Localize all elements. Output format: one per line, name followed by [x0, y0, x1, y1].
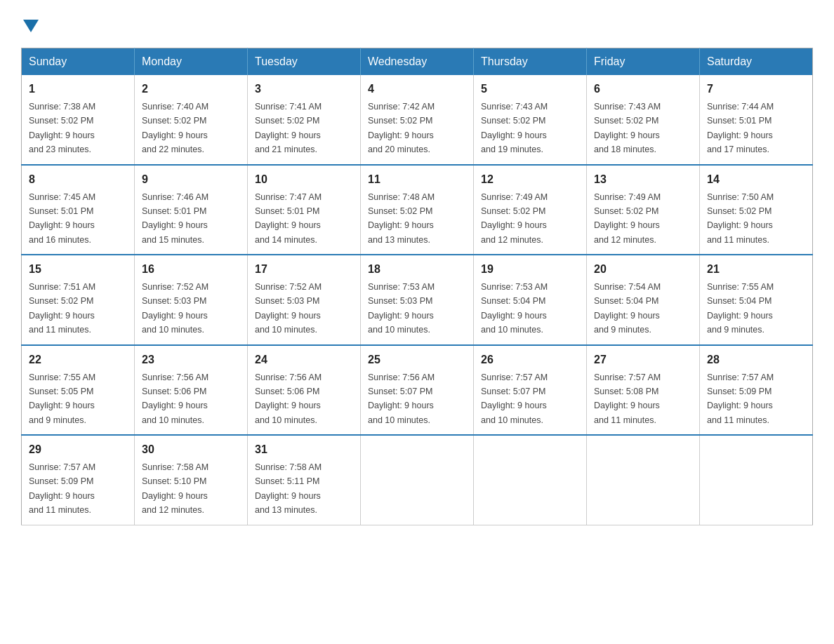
calendar-week-row: 29 Sunrise: 7:57 AMSunset: 5:09 PMDaylig…	[22, 435, 813, 525]
calendar-cell	[474, 435, 587, 525]
calendar-week-row: 1 Sunrise: 7:38 AMSunset: 5:02 PMDayligh…	[22, 75, 813, 165]
day-number: 15	[29, 261, 127, 278]
calendar-cell: 4 Sunrise: 7:42 AMSunset: 5:02 PMDayligh…	[361, 75, 474, 165]
calendar-cell: 8 Sunrise: 7:45 AMSunset: 5:01 PMDayligh…	[22, 165, 135, 255]
day-info: Sunrise: 7:57 AMSunset: 5:09 PMDaylight:…	[29, 462, 95, 515]
calendar-cell: 26 Sunrise: 7:57 AMSunset: 5:07 PMDaylig…	[474, 345, 587, 436]
day-number: 20	[594, 261, 692, 278]
weekday-header-saturday: Saturday	[700, 48, 813, 76]
day-number: 26	[481, 351, 579, 368]
day-info: Sunrise: 7:57 AMSunset: 5:08 PMDaylight:…	[594, 373, 661, 425]
day-number: 12	[481, 171, 579, 188]
day-number: 2	[142, 81, 240, 98]
day-number: 25	[368, 351, 466, 368]
calendar-week-row: 15 Sunrise: 7:51 AMSunset: 5:02 PMDaylig…	[22, 255, 813, 345]
calendar-cell: 31 Sunrise: 7:58 AMSunset: 5:11 PMDaylig…	[248, 435, 361, 525]
day-number: 22	[29, 351, 127, 368]
weekday-header-sunday: Sunday	[22, 48, 135, 76]
day-number: 27	[594, 351, 692, 368]
day-info: Sunrise: 7:53 AMSunset: 5:03 PMDaylight:…	[368, 282, 435, 335]
calendar-cell: 27 Sunrise: 7:57 AMSunset: 5:08 PMDaylig…	[587, 345, 700, 436]
calendar-cell: 20 Sunrise: 7:54 AMSunset: 5:04 PMDaylig…	[587, 255, 700, 345]
day-info: Sunrise: 7:53 AMSunset: 5:04 PMDaylight:…	[481, 282, 548, 335]
calendar-cell: 2 Sunrise: 7:40 AMSunset: 5:02 PMDayligh…	[135, 75, 248, 165]
day-info: Sunrise: 7:49 AMSunset: 5:02 PMDaylight:…	[594, 192, 661, 245]
calendar-cell: 18 Sunrise: 7:53 AMSunset: 5:03 PMDaylig…	[361, 255, 474, 345]
calendar-header: SundayMondayTuesdayWednesdayThursdayFrid…	[22, 48, 813, 76]
day-info: Sunrise: 7:48 AMSunset: 5:02 PMDaylight:…	[368, 192, 435, 245]
day-info: Sunrise: 7:50 AMSunset: 5:02 PMDaylight:…	[707, 192, 774, 245]
day-info: Sunrise: 7:55 AMSunset: 5:04 PMDaylight:…	[707, 282, 774, 335]
logo-general	[21, 20, 39, 34]
calendar-cell: 3 Sunrise: 7:41 AMSunset: 5:02 PMDayligh…	[248, 75, 361, 165]
calendar-cell: 22 Sunrise: 7:55 AMSunset: 5:05 PMDaylig…	[22, 345, 135, 436]
day-info: Sunrise: 7:40 AMSunset: 5:02 PMDaylight:…	[142, 102, 208, 154]
day-number: 11	[368, 171, 466, 188]
day-info: Sunrise: 7:44 AMSunset: 5:01 PMDaylight:…	[707, 102, 774, 154]
calendar-cell: 13 Sunrise: 7:49 AMSunset: 5:02 PMDaylig…	[587, 165, 700, 255]
weekday-header-thursday: Thursday	[474, 48, 587, 76]
calendar-cell	[587, 435, 700, 525]
weekday-header-friday: Friday	[587, 48, 700, 76]
calendar-cell: 1 Sunrise: 7:38 AMSunset: 5:02 PMDayligh…	[22, 75, 135, 165]
day-number: 14	[707, 171, 805, 188]
weekday-header-tuesday: Tuesday	[248, 48, 361, 76]
day-number: 30	[142, 441, 240, 458]
logo-arrow-icon	[23, 20, 39, 32]
calendar-cell: 17 Sunrise: 7:52 AMSunset: 5:03 PMDaylig…	[248, 255, 361, 345]
calendar-cell: 11 Sunrise: 7:48 AMSunset: 5:02 PMDaylig…	[361, 165, 474, 255]
calendar-cell: 16 Sunrise: 7:52 AMSunset: 5:03 PMDaylig…	[135, 255, 248, 345]
day-number: 23	[142, 351, 240, 368]
calendar-cell	[700, 435, 813, 525]
day-number: 24	[255, 351, 353, 368]
calendar-body: 1 Sunrise: 7:38 AMSunset: 5:02 PMDayligh…	[22, 75, 813, 525]
calendar-week-row: 8 Sunrise: 7:45 AMSunset: 5:01 PMDayligh…	[22, 165, 813, 255]
day-number: 5	[481, 81, 579, 98]
calendar-cell: 23 Sunrise: 7:56 AMSunset: 5:06 PMDaylig…	[135, 345, 248, 436]
calendar-cell: 12 Sunrise: 7:49 AMSunset: 5:02 PMDaylig…	[474, 165, 587, 255]
day-info: Sunrise: 7:56 AMSunset: 5:06 PMDaylight:…	[255, 373, 322, 425]
calendar-cell: 24 Sunrise: 7:56 AMSunset: 5:06 PMDaylig…	[248, 345, 361, 436]
calendar-cell: 28 Sunrise: 7:57 AMSunset: 5:09 PMDaylig…	[700, 345, 813, 436]
day-info: Sunrise: 7:56 AMSunset: 5:07 PMDaylight:…	[368, 373, 435, 425]
day-info: Sunrise: 7:43 AMSunset: 5:02 PMDaylight:…	[594, 102, 661, 154]
day-number: 19	[481, 261, 579, 278]
calendar-cell: 21 Sunrise: 7:55 AMSunset: 5:04 PMDaylig…	[700, 255, 813, 345]
weekday-header-monday: Monday	[135, 48, 248, 76]
day-info: Sunrise: 7:52 AMSunset: 5:03 PMDaylight:…	[142, 282, 208, 335]
calendar-cell: 5 Sunrise: 7:43 AMSunset: 5:02 PMDayligh…	[474, 75, 587, 165]
day-info: Sunrise: 7:49 AMSunset: 5:02 PMDaylight:…	[481, 192, 548, 245]
day-number: 16	[142, 261, 240, 278]
day-number: 28	[707, 351, 805, 368]
calendar-cell: 19 Sunrise: 7:53 AMSunset: 5:04 PMDaylig…	[474, 255, 587, 345]
calendar-cell: 9 Sunrise: 7:46 AMSunset: 5:01 PMDayligh…	[135, 165, 248, 255]
day-info: Sunrise: 7:47 AMSunset: 5:01 PMDaylight:…	[255, 192, 322, 245]
day-info: Sunrise: 7:42 AMSunset: 5:02 PMDaylight:…	[368, 102, 435, 154]
calendar-cell	[361, 435, 474, 525]
day-number: 8	[29, 171, 127, 188]
page-header	[21, 14, 813, 35]
day-number: 6	[594, 81, 692, 98]
day-number: 17	[255, 261, 353, 278]
day-info: Sunrise: 7:46 AMSunset: 5:01 PMDaylight:…	[142, 192, 208, 245]
calendar-table: SundayMondayTuesdayWednesdayThursdayFrid…	[21, 48, 813, 525]
day-info: Sunrise: 7:43 AMSunset: 5:02 PMDaylight:…	[481, 102, 548, 154]
day-number: 13	[594, 171, 692, 188]
day-number: 4	[368, 81, 466, 98]
day-info: Sunrise: 7:52 AMSunset: 5:03 PMDaylight:…	[255, 282, 322, 335]
day-info: Sunrise: 7:58 AMSunset: 5:10 PMDaylight:…	[142, 462, 208, 515]
day-number: 31	[255, 441, 353, 458]
calendar-cell: 10 Sunrise: 7:47 AMSunset: 5:01 PMDaylig…	[248, 165, 361, 255]
day-number: 9	[142, 171, 240, 188]
weekday-header-row: SundayMondayTuesdayWednesdayThursdayFrid…	[22, 48, 813, 76]
logo	[21, 14, 39, 35]
day-info: Sunrise: 7:51 AMSunset: 5:02 PMDaylight:…	[29, 282, 95, 335]
day-number: 1	[29, 81, 127, 98]
day-info: Sunrise: 7:45 AMSunset: 5:01 PMDaylight:…	[29, 192, 95, 245]
day-info: Sunrise: 7:56 AMSunset: 5:06 PMDaylight:…	[142, 373, 208, 425]
day-info: Sunrise: 7:57 AMSunset: 5:07 PMDaylight:…	[481, 373, 548, 425]
calendar-cell: 15 Sunrise: 7:51 AMSunset: 5:02 PMDaylig…	[22, 255, 135, 345]
weekday-header-wednesday: Wednesday	[361, 48, 474, 76]
day-info: Sunrise: 7:57 AMSunset: 5:09 PMDaylight:…	[707, 373, 774, 425]
calendar-week-row: 22 Sunrise: 7:55 AMSunset: 5:05 PMDaylig…	[22, 345, 813, 436]
